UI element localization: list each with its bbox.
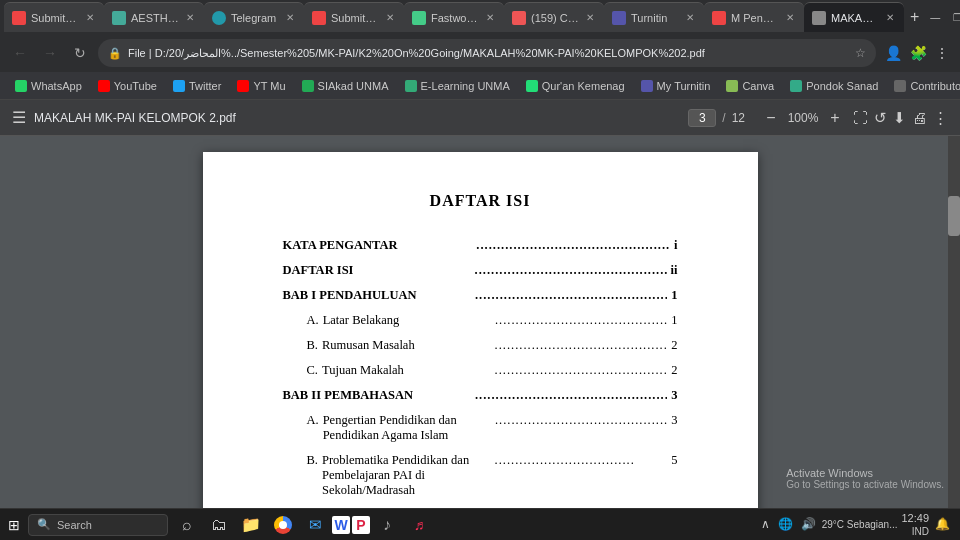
tab-close-4[interactable]: ✕ bbox=[384, 11, 396, 24]
bookmark-quran[interactable]: Qur'an Kemenag bbox=[519, 78, 632, 94]
bookmark-contributor[interactable]: Contributor Dashb... bbox=[887, 78, 960, 94]
tab-close-7[interactable]: ✕ bbox=[684, 11, 696, 24]
print-icon[interactable]: 🖨 bbox=[912, 109, 927, 126]
tab-fastwork[interactable]: Fastwork... ✕ bbox=[404, 2, 504, 32]
toc-page-latar: 1 bbox=[667, 313, 677, 328]
tab-pengajar[interactable]: M Pengajuar... ✕ bbox=[704, 2, 804, 32]
pdf-toolbar: ☰ MAKALAH MK-PAI KELOMPOK 2.pdf / 12 − 1… bbox=[0, 100, 960, 136]
new-tab-button[interactable]: + bbox=[904, 8, 925, 26]
more-options-icon[interactable]: ⋮ bbox=[933, 109, 948, 127]
back-button[interactable]: ← bbox=[8, 41, 32, 65]
pondok-favicon bbox=[790, 80, 802, 92]
toc-row-rumusan: B. Rumusan Masalah .....................… bbox=[283, 338, 678, 353]
tray-up-arrow[interactable]: ∧ bbox=[759, 515, 772, 533]
maximize-button[interactable]: ❐ bbox=[947, 7, 960, 27]
bookmark-canva[interactable]: Canva bbox=[719, 78, 781, 94]
tab-close-6[interactable]: ✕ bbox=[584, 11, 596, 24]
bookmark-elearning[interactable]: E-Learning UNMA bbox=[398, 78, 517, 94]
tab-care[interactable]: (159) Care... ✕ bbox=[504, 2, 604, 32]
bookmarks-bar: WhatsApp YouTube Twitter YT Mu SIAkad UN… bbox=[0, 72, 960, 100]
toc-label-kata-pengantar: KATA PENGANTAR bbox=[283, 238, 477, 253]
toc-prefix-latar: A. bbox=[307, 313, 319, 328]
settings-icon[interactable]: ⋮ bbox=[932, 42, 952, 64]
taskbar-apps: ⌕ 🗂 📁 ✉ W P ♪ ♬ bbox=[168, 511, 438, 539]
tab-submit-1[interactable]: Submit co... ✕ bbox=[4, 2, 104, 32]
taskbar-app-explorer[interactable]: 📁 bbox=[236, 511, 266, 539]
pdf-scrollbar[interactable] bbox=[948, 136, 960, 540]
bookmark-myturnitin[interactable]: My Turnitin bbox=[634, 78, 718, 94]
activate-watermark: Activate Windows Go to Settings to activ… bbox=[786, 467, 944, 490]
tab-aesthet[interactable]: AESTHET... ✕ bbox=[104, 2, 204, 32]
tab-close-3[interactable]: ✕ bbox=[284, 11, 296, 24]
toc-row-latar: A. Latar Belakang ......................… bbox=[283, 313, 678, 328]
pdf-page-input[interactable] bbox=[688, 109, 716, 127]
taskbar-app-mail[interactable]: ✉ bbox=[300, 511, 330, 539]
profile-icon[interactable]: 👤 bbox=[882, 42, 905, 64]
activate-line1: Activate Windows bbox=[786, 467, 944, 479]
zoom-out-button[interactable]: − bbox=[761, 109, 781, 127]
tab-close-9[interactable]: ✕ bbox=[884, 11, 896, 24]
toc-text-daftar-isi: DAFTAR ISI bbox=[283, 263, 475, 278]
toc-row-tujuan: C. Tujuan Makalah ......................… bbox=[283, 363, 678, 378]
address-bar: ← → ↻ 🔒 File | D:/المحاضر/20%../Semester… bbox=[0, 34, 960, 72]
bookmark-siakad[interactable]: SIAkad UNMA bbox=[295, 78, 396, 94]
clock-date: IND bbox=[901, 525, 929, 538]
pdf-page-total: 12 bbox=[732, 111, 745, 125]
bookmark-star-icon[interactable]: ☆ bbox=[855, 46, 866, 60]
clock[interactable]: 12:49 IND bbox=[901, 511, 929, 538]
clock-time: 12:49 bbox=[901, 511, 929, 525]
bookmark-label-contributor: Contributor Dashb... bbox=[910, 80, 960, 92]
toc-label-pengertian: Pengertian Pendidikan dan Pendidikan Aga… bbox=[323, 413, 495, 443]
tray-network-icon[interactable]: 🌐 bbox=[776, 515, 795, 533]
toc-row-kata-pengantar: KATA PENGANTAR .........................… bbox=[283, 238, 678, 253]
bookmark-whatsapp[interactable]: WhatsApp bbox=[8, 78, 89, 94]
address-input[interactable]: 🔒 File | D:/المحاضر/20%../Semester%205/M… bbox=[98, 39, 876, 67]
extensions-icon[interactable]: 🧩 bbox=[907, 42, 930, 64]
zoom-in-button[interactable]: + bbox=[825, 109, 845, 127]
contributor-favicon bbox=[894, 80, 906, 92]
tab-turnitin[interactable]: Turnitin ✕ bbox=[604, 2, 704, 32]
bookmark-twitter[interactable]: Twitter bbox=[166, 78, 228, 94]
tab-submit-2[interactable]: Submit co... ✕ bbox=[304, 2, 404, 32]
tray-volume-icon[interactable]: 🔊 bbox=[799, 515, 818, 533]
tab-close-2[interactable]: ✕ bbox=[184, 11, 196, 24]
toc-row-daftar-isi: DAFTAR ISI .............................… bbox=[283, 263, 678, 278]
taskbar-app-multitask[interactable]: 🗂 bbox=[204, 511, 234, 539]
toc-text-bab2: BAB II PEMBAHASAN bbox=[283, 388, 475, 403]
bookmark-label-siakad: SIAkad UNMA bbox=[318, 80, 389, 92]
tab-close-1[interactable]: ✕ bbox=[84, 11, 96, 24]
taskbar-app-powerpoint[interactable]: P bbox=[352, 516, 370, 534]
taskbar-app-music[interactable]: ♪ bbox=[372, 511, 402, 539]
forward-button[interactable]: → bbox=[38, 41, 62, 65]
download-icon[interactable]: ⬇ bbox=[893, 109, 906, 127]
toc-page-pengertian: 3 bbox=[667, 413, 677, 428]
start-button[interactable]: ⊞ bbox=[0, 517, 28, 533]
taskbar-app-word[interactable]: W bbox=[332, 516, 350, 534]
toc-prefix-tujuan: C. bbox=[307, 363, 318, 378]
pdf-title: MAKALAH MK-PAI KELOMPOK 2.pdf bbox=[34, 111, 680, 125]
pdf-scrollbar-thumb bbox=[948, 196, 960, 236]
taskbar-search[interactable]: 🔍 Search bbox=[28, 514, 168, 536]
tab-telegram[interactable]: Telegram ✕ bbox=[204, 2, 304, 32]
toc-text-pengertian: Pengertian Pendidikan dan Pendidikan Aga… bbox=[323, 413, 495, 443]
tab-title-5: Fastwork... bbox=[431, 12, 479, 24]
tab-makalah[interactable]: MAKALAH... ✕ bbox=[804, 2, 904, 32]
canva-favicon bbox=[726, 80, 738, 92]
bookmark-ytmu[interactable]: YT Mu bbox=[230, 78, 292, 94]
reload-button[interactable]: ↻ bbox=[68, 41, 92, 65]
rotate-icon[interactable]: ↺ bbox=[874, 109, 887, 127]
fit-page-icon[interactable]: ⛶ bbox=[853, 109, 868, 126]
elearning-favicon bbox=[405, 80, 417, 92]
toolbar-icons: 👤 🧩 ⋮ bbox=[882, 42, 952, 64]
notification-icon[interactable]: 🔔 bbox=[933, 515, 952, 533]
toc-label-daftar-isi: DAFTAR ISI bbox=[283, 263, 475, 278]
taskbar-app-tiktok[interactable]: ♬ bbox=[404, 511, 434, 539]
minimize-button[interactable]: — bbox=[925, 7, 945, 27]
taskbar-app-cortana[interactable]: ⌕ bbox=[172, 511, 202, 539]
tab-close-8[interactable]: ✕ bbox=[784, 11, 796, 24]
bookmark-youtube[interactable]: YouTube bbox=[91, 78, 164, 94]
bookmark-pondok[interactable]: Pondok Sanad bbox=[783, 78, 885, 94]
pdf-menu-button[interactable]: ☰ bbox=[12, 108, 26, 127]
taskbar-app-chrome[interactable] bbox=[268, 511, 298, 539]
tab-close-5[interactable]: ✕ bbox=[484, 11, 496, 24]
